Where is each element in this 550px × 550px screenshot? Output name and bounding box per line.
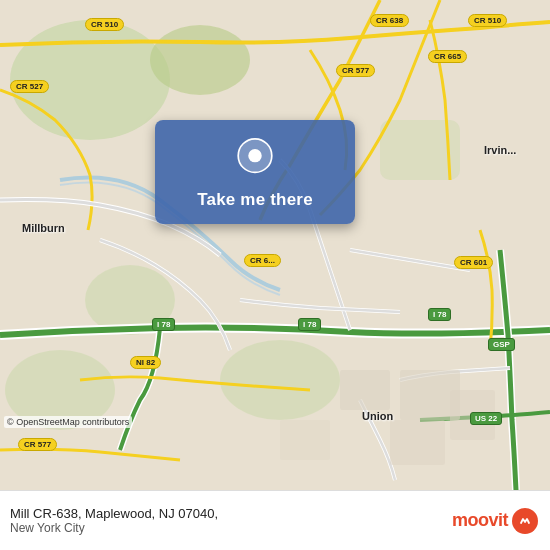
moovit-logo: moovit	[452, 508, 538, 534]
svg-rect-9	[390, 420, 445, 465]
svg-point-13	[248, 149, 261, 162]
place-label-millburn: Millburn	[22, 222, 65, 234]
road-label-cr577-mid: CR 577	[336, 64, 375, 77]
svg-point-3	[220, 340, 340, 420]
road-label-i78-right: I 78	[428, 308, 451, 321]
road-label-cr665: CR 665	[428, 50, 467, 63]
place-label-irving: Irvin...	[484, 144, 516, 156]
place-label-union: Union	[362, 410, 393, 422]
address-block: Mill CR-638, Maplewood, NJ 07040, New Yo…	[10, 506, 218, 535]
road-label-i78-left: I 78	[152, 318, 175, 331]
map-pin-icon	[234, 138, 276, 180]
svg-rect-7	[340, 370, 390, 410]
bottom-bar: Mill CR-638, Maplewood, NJ 07040, New Yo…	[0, 490, 550, 550]
map-container: CR 510 CR 510 CR 638 CR 577 CR 665 CR 52…	[0, 0, 550, 490]
city-line: New York City	[10, 521, 218, 535]
road-label-us22: US 22	[470, 412, 502, 425]
road-label-ni82: NI 82	[130, 356, 161, 369]
road-label-cr527: CR 527	[10, 80, 49, 93]
road-label-cr601: CR 601	[454, 256, 493, 269]
svg-rect-11	[280, 420, 330, 460]
road-label-cr510-tr: CR 510	[468, 14, 507, 27]
road-label-cr638-mid: CR 6...	[244, 254, 281, 267]
road-label-gsp: GSP	[488, 338, 515, 351]
road-label-cr638-top: CR 638	[370, 14, 409, 27]
address-line: Mill CR-638, Maplewood, NJ 07040,	[10, 506, 218, 521]
road-label-i78-mid: I 78	[298, 318, 321, 331]
road-label-cr577-bot: CR 577	[18, 438, 57, 451]
moovit-icon	[512, 508, 538, 534]
location-tooltip: Take me there	[155, 120, 355, 224]
road-label-cr510-tl: CR 510	[85, 18, 124, 31]
osm-attribution: © OpenStreetMap contributors	[4, 416, 132, 428]
svg-point-2	[150, 25, 250, 95]
take-me-there-button[interactable]: Take me there	[197, 190, 313, 210]
moovit-text: moovit	[452, 510, 508, 531]
